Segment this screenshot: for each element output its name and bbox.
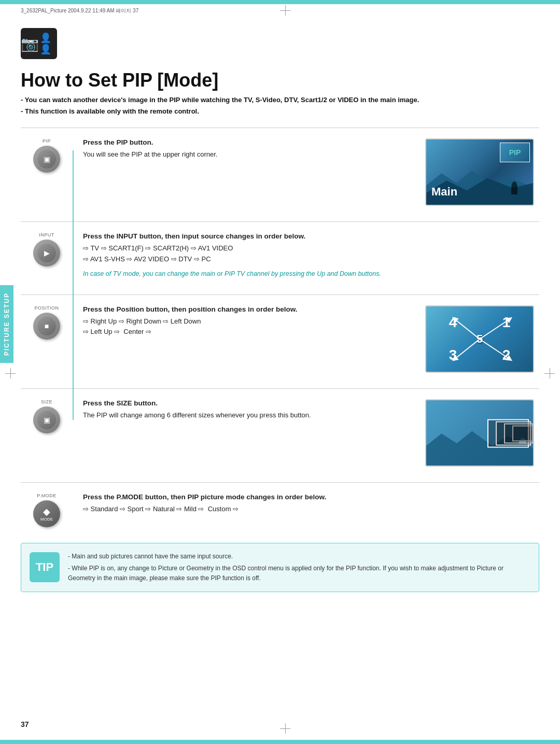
page-number: 37 xyxy=(21,720,29,728)
size-button: ▣ xyxy=(33,406,60,433)
position-section-title: Press the Position button, then position… xyxy=(83,305,415,313)
pip-section-title: Press the PIP button. xyxy=(83,138,415,146)
pip-button-inner: ▣ xyxy=(37,150,56,169)
position-btn-label: POSITION xyxy=(34,305,59,311)
pos-1: 1 xyxy=(480,306,533,339)
input-btn-icon: ▶ xyxy=(44,249,50,257)
pos-2: 2 xyxy=(480,339,533,372)
input-section-title: Press the INPUT button, then input sourc… xyxy=(83,232,415,240)
pmode-icon: ◆ xyxy=(40,506,53,517)
pip-section-text: Press the PIP button. You will see the P… xyxy=(83,138,425,160)
position-button-inner: ■ xyxy=(37,317,56,335)
person-glyph: 👤👤 xyxy=(40,32,57,55)
tip-line-1: - Main and sub pictures cannot have the … xyxy=(68,552,530,561)
side-tab: PICTURE SETUP xyxy=(0,285,13,363)
input-btn-label: INPUT xyxy=(39,232,54,237)
position-btn-area: POSITION ■ xyxy=(21,305,73,340)
subtitle-area: - You can watch another device's image i… xyxy=(0,94,560,128)
position-grid-image: 4 1 3 2 5 xyxy=(425,305,539,373)
tip-text-area: - Main and sub pictures cannot have the … xyxy=(68,552,530,584)
pos-5-center: 5 xyxy=(477,332,483,346)
pos-3: 3 xyxy=(426,339,480,372)
pip-section-body: You will see the PIP at the upper right … xyxy=(83,149,415,160)
size-btn-label: SIZE xyxy=(41,399,52,404)
pip-btn-area: PIP ▣ xyxy=(21,138,73,173)
vertical-divider xyxy=(73,150,74,420)
size-section-text: Press the SIZE button. The PIP will chan… xyxy=(83,399,425,421)
position-section-text: Press the Position button, then position… xyxy=(83,305,425,338)
page-title: How to Set PIP [Mode] xyxy=(0,64,560,94)
size-layers-display: ⛰ xyxy=(487,419,529,446)
size-section-body: The PIP will change among 6 different si… xyxy=(83,410,415,421)
size-btn-icon: ▣ xyxy=(44,416,50,424)
input-section-body: ⇨ TV ⇨ SCART1(F) ⇨ SCART2(H) ⇨ AV1 VIDEO… xyxy=(83,243,415,265)
pmode-section: P.MODE ◆ MODE Press the P.MODE button, t… xyxy=(21,482,539,527)
main-content: PIP ▣ Press the PIP button. You will see… xyxy=(0,128,560,527)
size-screen: ⛰ xyxy=(425,399,534,467)
position-grid: 4 1 3 2 5 xyxy=(425,305,534,373)
pos-4: 4 xyxy=(426,306,480,339)
pmode-btn-label: P.MODE xyxy=(37,493,56,498)
pip-screen-preview: Main PIP xyxy=(425,138,534,206)
pip-corner-box: PIP xyxy=(500,143,530,162)
input-section-text: Press the INPUT button, then input sourc… xyxy=(83,232,425,278)
pmode-btn-area: P.MODE ◆ MODE xyxy=(21,493,73,527)
input-btn-area: INPUT ▶ xyxy=(21,232,73,266)
pmode-section-text: Press the P.MODE button, then PIP pictur… xyxy=(83,493,425,515)
top-bar xyxy=(0,0,560,4)
pip-button: ▣ xyxy=(33,146,60,173)
input-button-inner: ▶ xyxy=(37,244,56,262)
tip-line-2: - While PIP is on, any change to Picture… xyxy=(68,564,530,583)
size-section: SIZE ▣ Press the SIZE button. The PIP wi… xyxy=(21,388,539,467)
input-section: INPUT ▶ Press the INPUT button, then inp… xyxy=(21,221,539,278)
pmode-button-inner: ◆ MODE xyxy=(40,506,53,522)
pip-btn-label: PIP xyxy=(43,138,51,144)
pip-btn-icon: ▣ xyxy=(44,155,50,163)
pip-corner-label: PIP xyxy=(509,148,521,157)
position-section-body: ⇨ Right Up ⇨ Right Down ⇨ Left Down ⇨ Le… xyxy=(83,316,415,338)
size-preview-image: ⛰ xyxy=(425,399,539,467)
camera-glyph: 📷 xyxy=(21,35,39,52)
position-btn-icon: ■ xyxy=(45,322,49,330)
file-info: 3_2632PAL_Picture 2004.9.22 11:49 AM 페이지… xyxy=(21,7,138,15)
bottom-bar xyxy=(0,740,560,744)
size-section-title: Press the SIZE button. xyxy=(83,399,415,407)
camera-icon: 📷 👤👤 xyxy=(21,28,57,59)
pmode-section-body: ⇨ Standard ⇨ Sport ⇨ Natural ⇨ Mild ⇨ Cu… xyxy=(83,504,415,515)
subtitle-line-2: - This function is available only with t… xyxy=(21,106,539,117)
pip-preview-image: Main PIP xyxy=(425,138,539,206)
position-section: POSITION ■ Press the Position button, th… xyxy=(21,294,539,373)
camera-icon-area: 📷 👤👤 xyxy=(0,18,560,64)
input-italic-note: In case of TV mode, you can change the m… xyxy=(83,269,415,279)
pmode-sublabel: MODE xyxy=(40,517,53,522)
pmode-button: ◆ MODE xyxy=(33,500,60,527)
subtitle-line-1: - You can watch another device's image i… xyxy=(21,94,539,106)
size-btn-area: SIZE ▣ xyxy=(21,399,73,433)
pip-main-label: Main xyxy=(431,185,457,199)
pmode-section-title: Press the P.MODE button, then PIP pictur… xyxy=(83,493,415,501)
position-button: ■ xyxy=(33,313,60,340)
input-button: ▶ xyxy=(33,240,60,266)
tip-section: TIP - Main and sub pictures cannot have … xyxy=(21,543,539,593)
tip-badge: TIP xyxy=(30,552,60,582)
size-button-inner: ▣ xyxy=(37,411,56,429)
pip-section: PIP ▣ Press the PIP button. You will see… xyxy=(21,128,539,206)
